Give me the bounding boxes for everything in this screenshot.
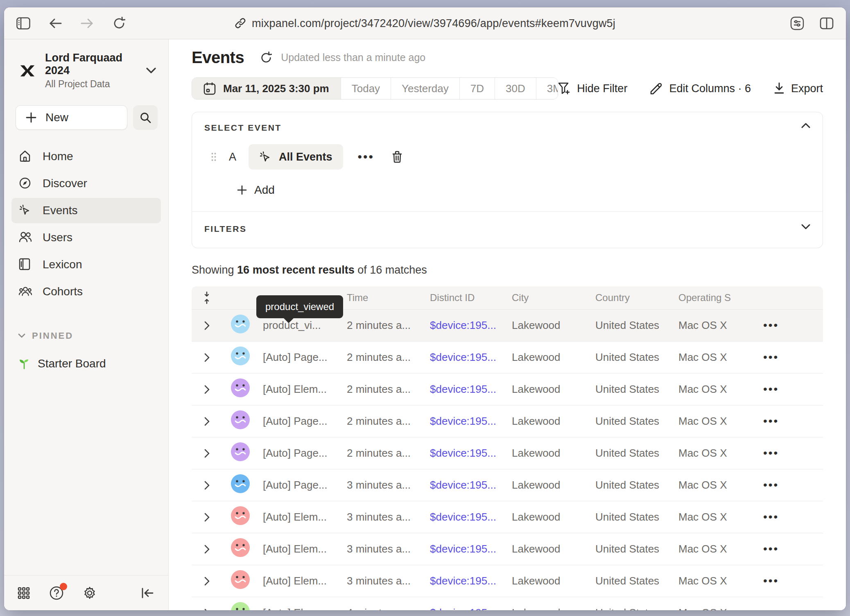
distinct-id-link[interactable]: $device:195...: [430, 319, 512, 332]
avatar: [231, 378, 250, 397]
distinct-id-link[interactable]: $device:195...: [430, 543, 512, 555]
edit-columns-label: Edit Columns · 6: [669, 82, 751, 95]
date-picker-button[interactable]: Mar 11, 2025 3:30 pm: [192, 78, 341, 99]
distinct-id-link[interactable]: $device:195...: [430, 479, 512, 491]
table-row[interactable]: [Auto] Page... 2 minutes a... $device:19…: [192, 405, 823, 437]
page-settings-icon[interactable]: [790, 16, 804, 30]
project-switcher[interactable]: Lord Farquaad 2024 All Project Data: [4, 52, 168, 90]
page-title: Events: [192, 48, 244, 67]
chevron-right-icon[interactable]: [192, 449, 222, 458]
table-row[interactable]: [Auto] Elem... 3 minutes a... $device:19…: [192, 565, 823, 597]
column-header-country[interactable]: Country: [595, 292, 678, 303]
trash-icon[interactable]: [391, 151, 403, 163]
column-header-city[interactable]: City: [512, 292, 595, 303]
chevron-right-icon[interactable]: [192, 513, 222, 522]
row-more-icon[interactable]: •••: [763, 575, 779, 587]
distinct-id-link[interactable]: $device:195...: [430, 383, 512, 396]
distinct-id-link[interactable]: $device:195...: [430, 415, 512, 428]
row-more-icon[interactable]: •••: [763, 447, 779, 459]
sidebar-item-starter-board[interactable]: Starter Board: [4, 353, 168, 374]
distinct-id-link[interactable]: $device:195...: [430, 447, 512, 460]
sidebar-item-users[interactable]: Users: [11, 225, 161, 250]
event-selector-chip[interactable]: All Events: [249, 144, 343, 170]
chevron-right-icon[interactable]: [192, 385, 222, 394]
add-event-button[interactable]: Add: [237, 183, 810, 197]
row-more-icon[interactable]: •••: [763, 319, 779, 331]
chevron-right-icon[interactable]: [192, 577, 222, 586]
chevron-right-icon[interactable]: [192, 609, 222, 611]
chevron-right-icon[interactable]: [192, 545, 222, 554]
plus-icon: [26, 112, 36, 123]
sidebar-toggle-icon[interactable]: [16, 16, 30, 30]
refresh-icon[interactable]: [260, 52, 272, 64]
url-bar[interactable]: mixpanel.com/project/3472420/view/397469…: [252, 17, 615, 29]
chevron-up-icon[interactable]: [801, 123, 810, 128]
avatar: [231, 602, 250, 610]
distinct-id-link[interactable]: $device:195...: [430, 511, 512, 523]
chevron-right-icon[interactable]: [192, 417, 222, 426]
table-row[interactable]: [Auto] Elem... 4 minutes a... $device:19…: [192, 597, 823, 610]
column-header-distinct-id[interactable]: Distinct ID: [430, 292, 512, 303]
table-row[interactable]: [Auto] Elem... 3 minutes a... $device:19…: [192, 533, 823, 565]
browser-toolbar: mixpanel.com/project/3472420/view/397469…: [4, 7, 846, 39]
table-row[interactable]: [Auto] Page... 2 minutes a... $device:19…: [192, 342, 823, 374]
distinct-id-link[interactable]: $device:195...: [430, 351, 512, 364]
row-more-icon[interactable]: •••: [763, 607, 779, 610]
event-city: Lakewood: [512, 607, 595, 610]
event-city: Lakewood: [512, 511, 595, 523]
collapse-rows-icon[interactable]: [192, 292, 222, 304]
help-icon[interactable]: [49, 586, 64, 600]
row-more-icon[interactable]: •••: [763, 383, 779, 395]
column-header-time[interactable]: Time: [347, 292, 430, 303]
row-more-icon[interactable]: •••: [763, 543, 779, 555]
row-more-icon[interactable]: •••: [763, 511, 779, 523]
event-os: Mac OS X: [678, 383, 763, 396]
preset-7d[interactable]: 7D: [460, 78, 495, 99]
avatar: [231, 570, 250, 589]
distinct-id-link[interactable]: $device:195...: [430, 607, 512, 610]
sidebar-item-lexicon[interactable]: Lexicon: [11, 252, 161, 277]
table-row[interactable]: [Auto] Elem... 3 minutes a... $device:19…: [192, 501, 823, 533]
split-view-icon[interactable]: [820, 16, 834, 30]
table-row[interactable]: [Auto] Page... 2 minutes a... $device:19…: [192, 437, 823, 469]
new-button[interactable]: New: [16, 105, 127, 130]
event-city: Lakewood: [512, 383, 595, 396]
distinct-id-link[interactable]: $device:195...: [430, 575, 512, 587]
sidebar: Lord Farquaad 2024 All Project Data New: [4, 39, 169, 610]
event-os: Mac OS X: [678, 351, 763, 364]
column-header-os[interactable]: Operating S: [678, 292, 763, 303]
table-row[interactable]: [Auto] Elem... 2 minutes a... $device:19…: [192, 374, 823, 405]
table-row[interactable]: [Auto] Page... 3 minutes a... $device:19…: [192, 469, 823, 501]
forward-icon[interactable]: [80, 16, 94, 30]
chevron-right-icon[interactable]: [192, 481, 222, 490]
chevron-down-icon[interactable]: [801, 224, 810, 229]
sidebar-item-discover[interactable]: Discover: [11, 171, 161, 196]
select-event-section: SELECT EVENT A All Events: [192, 112, 823, 211]
results-count: 16 most recent results: [237, 264, 355, 276]
preset-30d[interactable]: 30D: [495, 78, 536, 99]
sidebar-item-cohorts[interactable]: Cohorts: [11, 279, 161, 304]
event-os: Mac OS X: [678, 543, 763, 555]
hide-filter-button[interactable]: Hide Filter: [558, 82, 627, 95]
export-button[interactable]: Export: [774, 82, 823, 95]
preset-3m[interactable]: 3M: [536, 78, 558, 99]
row-more-icon[interactable]: •••: [763, 479, 779, 491]
sidebar-item-events[interactable]: Events: [11, 198, 161, 223]
search-button[interactable]: [133, 105, 158, 130]
gear-icon[interactable]: [83, 586, 97, 600]
preset-today[interactable]: Today: [341, 78, 391, 99]
reload-icon[interactable]: [112, 16, 126, 30]
drag-handle-icon[interactable]: [211, 152, 217, 162]
chevron-right-icon[interactable]: [192, 321, 222, 330]
row-more-icon[interactable]: •••: [763, 415, 779, 427]
apps-grid-icon[interactable]: [17, 587, 30, 600]
pinned-section-toggle[interactable]: PINNED: [4, 331, 168, 341]
collapse-sidebar-icon[interactable]: [141, 588, 154, 598]
chevron-right-icon[interactable]: [192, 353, 222, 362]
row-more-icon[interactable]: •••: [763, 351, 779, 363]
edit-columns-button[interactable]: Edit Columns · 6: [650, 82, 751, 95]
back-icon[interactable]: [48, 16, 62, 30]
sidebar-item-home[interactable]: Home: [11, 144, 161, 169]
event-country: United States: [595, 383, 678, 396]
preset-yesterday[interactable]: Yesterday: [391, 78, 460, 99]
